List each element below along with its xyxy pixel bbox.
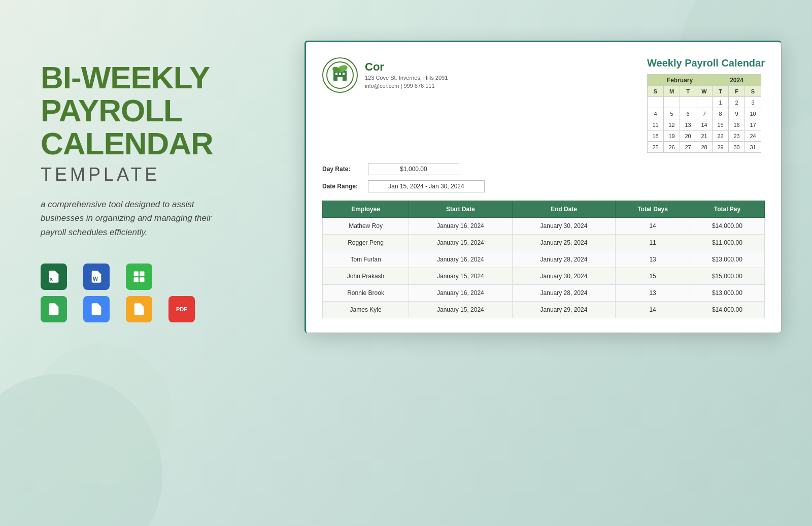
form-section: Day Rate: Date Range: (322, 163, 765, 192)
numbers-icon[interactable] (126, 264, 152, 290)
cal-day-cell: 2 (729, 97, 745, 108)
cal-day-t1: T (680, 86, 696, 97)
sheets-icon[interactable] (41, 296, 67, 322)
cal-day-cell: 31 (745, 142, 761, 153)
cell-start: January 16, 2024 (409, 251, 513, 268)
company-name: Cor (365, 60, 448, 74)
cell-days: 14 (616, 302, 690, 318)
cal-day-cell (696, 97, 713, 108)
cal-day-cell: 25 (648, 142, 664, 153)
col-total-pay: Total Pay (690, 201, 764, 218)
day-rate-input[interactable] (368, 163, 459, 175)
mini-calendar: February 2024 S M T W T F S 123456789101… (647, 74, 761, 153)
bg-decoration-circle-2 (30, 343, 173, 485)
cell-start: January 15, 2024 (409, 268, 513, 285)
cal-day-cell: 16 (729, 119, 745, 130)
svg-rect-2 (134, 271, 139, 276)
cal-day-cell: 15 (713, 119, 729, 130)
cell-pay: $14,000.00 (690, 302, 764, 318)
cal-day-cell: 29 (713, 142, 729, 153)
doc-header: Cor 123 Cove St. Invernes, Hills 2091 in… (322, 57, 765, 153)
employee-table: Employee Start Date End Date Total Days … (322, 201, 765, 318)
cal-day-cell: 18 (648, 130, 664, 142)
cal-day-cell: 4 (648, 108, 664, 119)
cell-end: January 29, 2024 (512, 302, 616, 318)
cell-days: 15 (616, 268, 690, 285)
format-icons-section: X W PDF (41, 264, 254, 322)
description: a comprehensive tool designed to assist … (41, 198, 223, 239)
cal-year-header: 2024 (713, 75, 761, 86)
cell-end: January 25, 2024 (512, 235, 616, 251)
cal-day-cell: 10 (745, 108, 761, 119)
cal-day-cell: 1 (713, 97, 729, 108)
docs-icon[interactable] (83, 296, 110, 322)
cal-day-cell: 7 (696, 108, 713, 119)
col-start-date: Start Date (409, 201, 513, 218)
cell-end: January 28, 2024 (512, 285, 616, 302)
cal-day-cell: 5 (664, 108, 680, 119)
cell-employee: Mathew Roy (323, 218, 409, 235)
cal-day-cell: 13 (680, 119, 696, 130)
cell-employee: Ronnie Brook (323, 285, 409, 302)
cal-day-cell: 14 (696, 119, 713, 130)
format-row-1: X W (41, 264, 254, 290)
cal-day-w: W (696, 86, 713, 97)
calendar-title: Weekly Payroll Calendar (647, 57, 765, 69)
table-row: John PrakashJanuary 15, 2024January 30, … (323, 268, 765, 285)
pdf-icon[interactable]: PDF (168, 296, 195, 322)
cell-employee: Tom Furlan (323, 251, 409, 268)
cell-days: 14 (616, 218, 690, 235)
document-panel: Cor 123 Cove St. Invernes, Hills 2091 in… (304, 41, 782, 333)
cal-day-cell: 9 (729, 108, 745, 119)
table-row: Rogger PengJanuary 15, 2024January 25, 2… (323, 235, 765, 251)
cal-day-cell: 21 (696, 130, 713, 142)
cal-day-s2: S (745, 86, 761, 97)
calendar-title-section: Weekly Payroll Calendar February 2024 S … (647, 57, 765, 153)
table-row: Tom FurlanJanuary 16, 2024January 28, 20… (323, 251, 765, 268)
cal-day-cell: 19 (664, 130, 680, 142)
cell-employee: James Kyle (323, 302, 409, 318)
cal-day-cell: 28 (696, 142, 713, 153)
svg-rect-15 (343, 73, 345, 75)
cell-pay: $13,000.00 (690, 285, 764, 302)
table-row: James KyleJanuary 15, 2024January 29, 20… (323, 302, 765, 318)
cal-day-cell: 23 (729, 130, 745, 142)
cal-day-cell: 20 (680, 130, 696, 142)
cal-day-cell: 8 (713, 108, 729, 119)
date-range-input[interactable] (368, 180, 485, 192)
format-row-2: PDF (41, 296, 254, 322)
svg-rect-4 (134, 277, 139, 282)
table-header-row: Employee Start Date End Date Total Days … (323, 201, 765, 218)
svg-rect-14 (339, 73, 341, 75)
cell-start: January 15, 2024 (409, 235, 513, 251)
cal-day-cell: 6 (680, 108, 696, 119)
company-info: Cor 123 Cove St. Invernes, Hills 2091 in… (322, 57, 448, 93)
svg-rect-13 (335, 73, 337, 75)
svg-text:W: W (93, 276, 98, 282)
cal-day-t2: T (713, 86, 729, 97)
main-title: BI-WEEKLYPAYROLLCALENDAR (41, 61, 254, 160)
excel-icon[interactable]: X (41, 264, 67, 290)
cal-day-cell: 22 (713, 130, 729, 142)
cal-day-cell: 11 (648, 119, 664, 130)
cell-end: January 30, 2024 (512, 218, 616, 235)
day-rate-row: Day Rate: (322, 163, 765, 175)
col-end-date: End Date (512, 201, 616, 218)
cell-start: January 15, 2024 (409, 302, 513, 318)
cell-employee: Rogger Peng (323, 235, 409, 251)
cal-day-cell (648, 97, 664, 108)
pages-icon[interactable] (126, 296, 152, 322)
cell-pay: $13,000.00 (690, 251, 764, 268)
left-panel: BI-WEEKLYPAYROLLCALENDAR TEMPLATE a comp… (41, 61, 254, 322)
cell-end: January 28, 2024 (512, 251, 616, 268)
cal-day-f: F (729, 86, 745, 97)
cell-end: January 30, 2024 (512, 268, 616, 285)
company-logo (322, 57, 358, 93)
cal-day-cell: 26 (664, 142, 680, 153)
word-icon[interactable]: W (83, 264, 110, 290)
cell-days: 13 (616, 251, 690, 268)
cal-day-cell: 3 (745, 97, 761, 108)
svg-text:X: X (50, 277, 53, 282)
cal-day-cell: 17 (745, 119, 761, 130)
cell-pay: $15,000.00 (690, 268, 764, 285)
